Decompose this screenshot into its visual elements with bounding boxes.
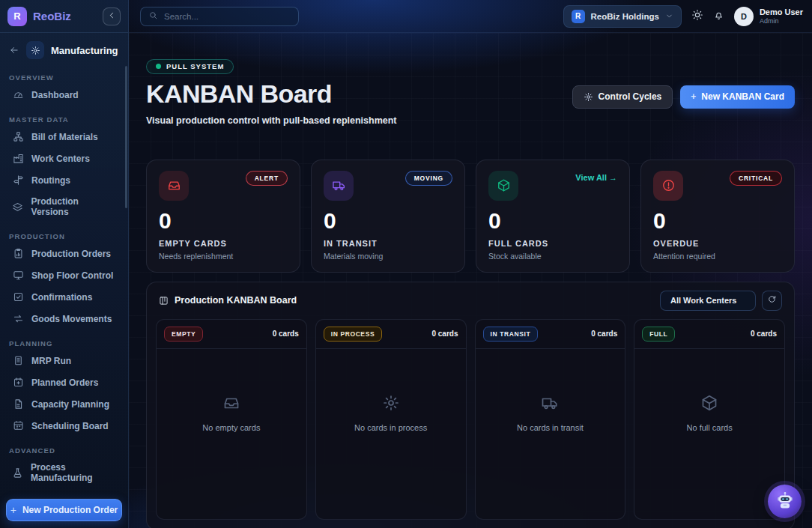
page-subtitle: Visual production control with pull-base… (146, 115, 397, 126)
theme-toggle-button[interactable] (691, 9, 703, 23)
user-role: Admin (760, 17, 803, 25)
search-input[interactable] (164, 12, 291, 21)
calendar-plus-icon (12, 377, 24, 388)
view-all-link[interactable]: View All → (575, 173, 617, 182)
sidebar-item-bill-of-materials[interactable]: Bill of Materials (7, 126, 121, 148)
sidebar-item-hidden[interactable] (7, 488, 121, 496)
topbar: R ReoBiz Holdings D Demo User Admin (129, 0, 812, 33)
page-title: KANBAN Board (146, 79, 397, 109)
search-icon (148, 10, 158, 23)
truck-icon (541, 394, 559, 415)
main-column: R ReoBiz Holdings D Demo User Admin (129, 0, 812, 528)
sidebar-item-dashboard[interactable]: Dashboard (7, 84, 121, 106)
box-icon (488, 171, 518, 201)
layers-icon (12, 201, 24, 213)
alert-badge: ALERT (246, 171, 288, 186)
server-icon (12, 355, 24, 366)
column-badge: FULL (642, 327, 675, 342)
sidebar-item-scheduling-board[interactable]: Scheduling Board (7, 415, 121, 437)
clipboard-icon (12, 248, 24, 259)
work-center-filter-select[interactable]: All Work Centers (660, 291, 756, 311)
user-menu[interactable]: D Demo User Admin (734, 7, 803, 26)
user-name: Demo User (760, 7, 803, 16)
stat-value: 0 (653, 210, 782, 232)
sidebar-item-work-centers[interactable]: Work Centers (7, 148, 121, 169)
inbox-icon (222, 394, 240, 415)
control-cycles-button[interactable]: Control Cycles (572, 85, 673, 109)
stat-card-overdue: CRITICAL 0 OVERDUE Attention required (640, 160, 795, 273)
sidebar-header: R ReoBiz (0, 0, 128, 33)
check-square-icon (12, 291, 24, 303)
stat-value: 0 (324, 210, 452, 232)
kanban-column-in-process: IN PROCESS 0 cards No cards in process (315, 319, 467, 520)
new-production-order-button[interactable]: + New Production Order (6, 499, 122, 521)
column-count: 0 cards (591, 330, 617, 338)
stat-label: OVERDUE (653, 239, 782, 248)
stat-sublabel: Attention required (653, 252, 782, 261)
stat-label: IN TRANSIT (324, 239, 452, 248)
sidebar-collapse-button[interactable] (103, 7, 121, 25)
header-actions: Control Cycles + New KANBAN Card (572, 85, 795, 109)
sidebar-item-production-orders[interactable]: Production Orders (7, 243, 121, 264)
stat-label: FULL CARDS (488, 239, 617, 248)
flask-icon (12, 467, 23, 479)
section-label-planning: PLANNING (9, 339, 119, 348)
board-title: Production KANBAN Board (159, 295, 297, 306)
stat-card-in-transit: MOVING 0 IN TRANSIT Materials moving (311, 160, 465, 273)
sidebar-item-confirmations[interactable]: Confirmations (7, 286, 121, 308)
stat-value: 0 (159, 210, 288, 232)
monitor-icon (12, 270, 24, 281)
stat-label: EMPTY CARDS (159, 239, 288, 248)
plus-icon: + (10, 504, 16, 516)
module-header: Manufacturing (0, 33, 128, 64)
sidebar-item-goods-movements[interactable]: Goods Movements (7, 308, 121, 330)
curve-icon (12, 494, 24, 496)
section-label-overview: OVERVIEW (9, 73, 119, 82)
chat-assistant-button[interactable] (768, 485, 802, 518)
plus-icon: + (691, 91, 696, 102)
app-logo: R (7, 7, 27, 26)
empty-state: No full cards (634, 394, 784, 432)
tenant-switcher[interactable]: R ReoBiz Holdings (563, 5, 682, 28)
new-kanban-card-button[interactable]: + New KANBAN Card (680, 85, 795, 109)
sidebar-item-production-versions[interactable]: Production Versions (7, 191, 121, 222)
status-dot-icon (156, 64, 161, 69)
sidebar-nav: OVERVIEW Dashboard MASTER DATA Bill of M… (0, 64, 128, 496)
section-label-master-data: MASTER DATA (9, 115, 119, 124)
stat-sublabel: Needs replenishment (159, 252, 288, 261)
file-chart-icon (12, 398, 24, 410)
sidebar-scrollbar[interactable] (125, 66, 127, 208)
kanban-board-panel: Production KANBAN Board All Work Centers… (146, 282, 795, 528)
search-box (140, 7, 299, 26)
empty-state: No cards in transit (476, 394, 625, 432)
tenant-logo: R (572, 10, 585, 23)
bell-icon (713, 10, 724, 23)
kanban-column-empty: EMPTY 0 cards No empty cards (156, 319, 307, 520)
refresh-button[interactable] (762, 291, 782, 311)
stat-value: 0 (488, 210, 617, 232)
kanban-columns: EMPTY 0 cards No empty cards IN PROCESS … (156, 319, 785, 520)
sidebar-item-routings[interactable]: Routings (7, 169, 121, 191)
gear-icon (26, 41, 44, 59)
stat-card-empty-cards: ALERT 0 EMPTY CARDS Needs replenishment (146, 160, 300, 273)
stat-card-full-cards: View All → 0 FULL CARDS Stock available (476, 160, 630, 273)
sidebar-item-shop-floor-control[interactable]: Shop Floor Control (7, 264, 121, 286)
gauge-icon (12, 89, 24, 100)
back-arrow-icon[interactable] (9, 45, 19, 55)
module-title: Manufacturing (51, 45, 118, 56)
moving-badge: MOVING (405, 171, 452, 186)
board-header: Production KANBAN Board All Work Centers (156, 282, 785, 319)
alert-circle-icon (653, 171, 683, 201)
robot-assistant-icon (775, 490, 796, 513)
notifications-button[interactable] (713, 10, 724, 23)
hierarchy-icon (12, 131, 24, 142)
sidebar-item-capacity-planning[interactable]: Capacity Planning (7, 393, 121, 415)
column-count: 0 cards (751, 330, 777, 338)
stat-sublabel: Stock available (488, 252, 617, 261)
sidebar-item-planned-orders[interactable]: Planned Orders (7, 371, 121, 393)
page-header: KANBAN Board Visual production control w… (146, 79, 795, 126)
sidebar-item-process-manufacturing[interactable]: Process Manufacturing (7, 457, 121, 488)
stat-sublabel: Materials moving (324, 252, 452, 261)
sidebar-item-mrp-run[interactable]: MRP Run (7, 350, 121, 371)
sun-icon (691, 9, 703, 23)
